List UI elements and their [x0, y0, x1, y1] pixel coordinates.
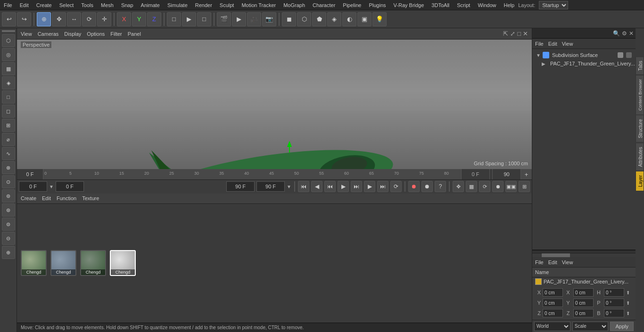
menu-script[interactable]: Script [453, 1, 474, 9]
next-frame-button[interactable]: ▶ [364, 181, 375, 192]
sidebar-tool-13[interactable]: ⊛ [2, 203, 15, 217]
mat-menu-edit[interactable]: Edit [42, 195, 51, 201]
coord-x-rot[interactable]: 0 cm [573, 288, 594, 297]
env-button[interactable]: ◐ [342, 12, 356, 26]
scrollbar-thumb[interactable] [542, 253, 570, 257]
ot-menu-edit[interactable]: Edit [548, 41, 557, 47]
ot-menu-view[interactable]: View [562, 41, 573, 47]
menu-vray[interactable]: V-Ray Bridge [390, 1, 428, 9]
menu-render[interactable]: Render [191, 1, 216, 9]
anim-extra-button[interactable]: ▣▣ [505, 181, 517, 192]
menu-character[interactable]: Character [309, 1, 339, 9]
anim-layer-button[interactable]: ▦ [466, 181, 477, 192]
vp-menu-options[interactable]: Options [87, 31, 105, 37]
help-button[interactable]: ? [435, 181, 446, 192]
menu-sculpt[interactable]: Sculpt [216, 1, 238, 9]
rt-icon-1[interactable]: 🔍 [613, 30, 620, 37]
frame-down-arrow[interactable]: ▼ [49, 184, 54, 189]
anim-mode-button[interactable]: ⊞ [519, 181, 530, 192]
vp-icon-close[interactable]: ✕ [523, 30, 528, 37]
vp-icon-expand[interactable]: ⇱ [503, 30, 508, 37]
menu-3dtoall[interactable]: 3DToAll [428, 1, 453, 9]
render-button[interactable]: ▶ [232, 12, 246, 26]
light-button[interactable]: 💡 [372, 12, 387, 26]
menu-motion-tracker[interactable]: Motion Tracker [238, 1, 280, 9]
coord-h-val[interactable]: 0 ° [604, 288, 624, 297]
vtab-layer[interactable]: Layer [636, 171, 644, 191]
sidebar-tool-9[interactable]: ∿ [2, 147, 15, 160]
attr-menu-edit[interactable]: Edit [548, 259, 557, 265]
sidebar-tool-6[interactable]: ◻ [2, 105, 15, 118]
sidebar-tool-10[interactable]: ⊗ [2, 161, 15, 174]
prev-frame-button[interactable]: ◀ [311, 181, 322, 192]
next-step-button[interactable]: ⏭ [351, 181, 362, 192]
axis-x-button[interactable]: X [117, 12, 131, 26]
playback-start-frame[interactable]: 0 F [19, 181, 47, 192]
menu-help[interactable]: Help [500, 1, 519, 9]
cube-obj-button[interactable]: ◼ [282, 12, 296, 26]
coord-b-arrow[interactable]: ⬆ [626, 311, 634, 316]
vp-icon-fit[interactable]: ⤢ [510, 30, 515, 37]
vp-icon-maximize[interactable]: □ [517, 30, 521, 37]
material-item-1[interactable]: Chengd [21, 250, 47, 276]
vp-menu-view[interactable]: View [21, 31, 32, 37]
rt-icon-3[interactable]: ✕ [629, 30, 634, 37]
sidebar-tool-2[interactable]: ◎ [2, 48, 15, 61]
subdiv-fold-icon[interactable]: ▼ [536, 53, 541, 58]
sidebar-tool-15[interactable]: ⊝ [2, 232, 15, 245]
cam-button[interactable]: ▣ [357, 12, 372, 26]
material-item-2[interactable]: Chengd [50, 250, 76, 276]
spline-button[interactable]: ⬡ [297, 12, 311, 26]
loop-button[interactable]: ⟳ [390, 181, 402, 192]
render-anim-button[interactable]: 📷 [262, 12, 276, 26]
frame-end-arrow[interactable]: ▼ [287, 184, 291, 189]
cube-button[interactable]: □ [167, 12, 181, 26]
menu-create[interactable]: Create [33, 1, 56, 9]
menu-plugins[interactable]: Plugins [365, 1, 389, 9]
vtab-structure[interactable]: Structure [636, 115, 644, 143]
select-tool-button[interactable]: ⊕ [37, 12, 51, 26]
pac-fold-icon[interactable]: ▶ [542, 61, 545, 66]
subdiv-lock-icon[interactable] [626, 52, 632, 58]
menu-file[interactable]: File [0, 1, 16, 9]
menu-edit[interactable]: Edit [16, 1, 33, 9]
scale-tool-button[interactable]: ↔ [67, 12, 81, 26]
layout-select[interactable]: Startup [539, 1, 568, 9]
menu-mograph[interactable]: MoGraph [280, 1, 309, 9]
timeline-ruler[interactable]: 0 5 10 15 20 25 30 35 40 45 50 55 60 65 … [43, 169, 461, 179]
play-forward-button[interactable]: ▶ [338, 181, 349, 192]
scale-select[interactable]: Scale [572, 322, 609, 331]
axis-y-button[interactable]: Y [132, 12, 146, 26]
mat-menu-function[interactable]: Function [57, 195, 76, 201]
menu-window[interactable]: Window [474, 1, 500, 9]
coord-b-val[interactable]: 0 ° [604, 309, 624, 317]
frame-end-display[interactable]: 0 F [461, 169, 489, 179]
material-item-4[interactable]: Chengd [110, 250, 136, 276]
sidebar-tool-14[interactable]: ⊜ [2, 218, 15, 231]
world-select[interactable]: World [534, 322, 570, 331]
nurbs-button[interactable]: ⬟ [312, 12, 326, 26]
vtab-content-browser[interactable]: Content Browser [636, 75, 644, 115]
playback-end-frame1[interactable]: 90 F [226, 181, 255, 192]
deform-button[interactable]: ◈ [327, 12, 341, 26]
move-tool-button[interactable]: ✥ [52, 12, 66, 26]
render-view-button[interactable]: 🎬 [217, 12, 231, 26]
undo-button[interactable]: ↩ [2, 12, 16, 26]
apply-button[interactable]: Apply [610, 322, 634, 331]
sidebar-tool-8[interactable]: ⌀ [2, 133, 15, 146]
sidebar-tool-4[interactable]: ◈ [2, 76, 15, 89]
material-item-3[interactable]: Chengd [80, 250, 106, 276]
rotate-tool-button[interactable]: ⟳ [82, 12, 96, 26]
menu-simulate[interactable]: Simulate [164, 1, 191, 9]
vp-menu-display[interactable]: Display [64, 31, 81, 37]
play-button[interactable]: ▶ [182, 12, 196, 26]
coord-p-val[interactable]: 0 ° [604, 299, 624, 307]
sidebar-tool-1[interactable]: ⬡ [2, 34, 15, 47]
prev-step-button[interactable]: ⏮ [324, 181, 336, 192]
coord-y-rot[interactable]: 0 cm [573, 299, 594, 307]
menu-animate[interactable]: Animate [137, 1, 164, 9]
tree-item-subdiv[interactable]: ▼ Subdivision Surface [534, 51, 634, 59]
sidebar-tool-7[interactable]: ⊞ [2, 119, 15, 132]
attr-menu-file[interactable]: File [535, 259, 544, 265]
sidebar-tool-3[interactable]: ▦ [2, 62, 15, 75]
